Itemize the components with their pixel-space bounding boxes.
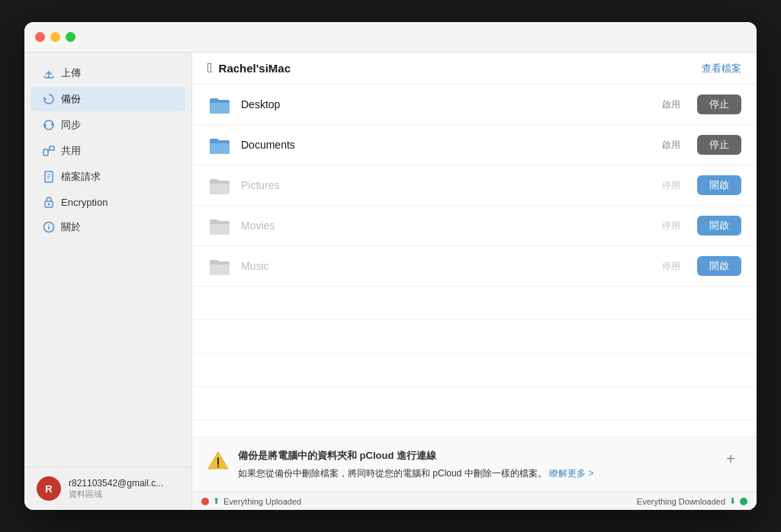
file-name: Movies xyxy=(241,220,653,232)
svg-point-15 xyxy=(217,466,219,467)
user-email: r821103542@gmail.c... xyxy=(69,478,163,489)
user-section: R r821103542@gmail.c... 資料區域 xyxy=(24,466,191,510)
sidebar-item-label: 檔案請求 xyxy=(61,170,101,184)
device-name: Rachel'siMac xyxy=(219,62,291,75)
sidebar-item-about[interactable]: 關於 xyxy=(31,215,185,239)
device-title:  Rachel'siMac xyxy=(207,60,291,76)
app-window: 上傳 備份 xyxy=(24,22,757,510)
sidebar-item-backup[interactable]: 備份 xyxy=(31,87,185,111)
file-name: Pictures xyxy=(241,179,653,191)
table-row: Movies 停用 開啟 xyxy=(192,206,757,246)
sidebar-item-share[interactable]: 共用 xyxy=(31,139,185,163)
learn-more-link[interactable]: 瞭解更多 > xyxy=(549,468,593,479)
empty-row xyxy=(192,320,757,354)
file-status: 停用 xyxy=(662,179,680,192)
sidebar-item-label: 共用 xyxy=(61,144,81,158)
file-status: 停用 xyxy=(662,220,680,232)
sidebar-item-label: 上傳 xyxy=(61,66,81,80)
empty-row xyxy=(192,354,757,387)
svg-rect-1 xyxy=(43,149,48,155)
folder-icon xyxy=(207,92,232,117)
download-arrow-icon: ⬇ xyxy=(729,496,736,506)
file-request-icon xyxy=(43,171,55,183)
apple-logo-icon:  xyxy=(207,60,213,76)
folder-icon xyxy=(207,173,232,197)
sync-icon xyxy=(43,119,55,131)
upload-icon xyxy=(43,67,55,79)
info-icon xyxy=(43,221,55,233)
file-status: 停用 xyxy=(662,260,680,273)
folder-icon xyxy=(207,133,232,157)
open-button[interactable]: 開啟 xyxy=(697,216,741,236)
notice-title: 備份是將電腦中的資料夾和 pCloud 進行連線 xyxy=(238,448,711,464)
file-name: Music xyxy=(241,260,653,272)
share-icon xyxy=(43,145,55,157)
open-button[interactable]: 開啟 xyxy=(697,256,741,276)
empty-row xyxy=(192,421,757,437)
file-name: Documents xyxy=(241,139,653,151)
download-status-label: Everything Downloaded xyxy=(637,497,725,506)
table-row: Music 停用 開啟 xyxy=(192,246,757,287)
status-bar: ⬆ Everything Uploaded Everything Downloa… xyxy=(192,492,757,510)
table-row: Documents 啟用 停止 xyxy=(192,125,757,165)
avatar: R xyxy=(37,476,61,501)
open-button[interactable]: 開啟 xyxy=(697,175,741,195)
user-info: r821103542@gmail.c... 資料區域 xyxy=(69,478,163,500)
backup-icon xyxy=(43,93,55,105)
sidebar-item-upload[interactable]: 上傳 xyxy=(31,61,185,85)
main-panel:  Rachel'siMac 查看檔案 Desktop 啟用 xyxy=(192,53,757,510)
sidebar: 上傳 備份 xyxy=(24,53,192,510)
main-header:  Rachel'siMac 查看檔案 xyxy=(192,53,757,85)
warning-icon xyxy=(207,450,229,471)
stop-button[interactable]: 停止 xyxy=(697,135,741,155)
file-status: 啟用 xyxy=(662,139,680,152)
sidebar-item-label: 同步 xyxy=(61,118,81,132)
view-files-link[interactable]: 查看檔案 xyxy=(702,62,741,75)
sidebar-item-sync[interactable]: 同步 xyxy=(31,113,185,137)
empty-row xyxy=(192,287,757,320)
footer-notice: 備份是將電腦中的資料夾和 pCloud 進行連線 如果您從備份中刪除檔案，將同時… xyxy=(192,437,757,492)
file-name: Desktop xyxy=(241,98,653,111)
folder-icon xyxy=(207,213,232,238)
svg-line-3 xyxy=(48,149,50,152)
stop-button[interactable]: 停止 xyxy=(697,95,741,114)
upload-status-label: Everything Uploaded xyxy=(223,497,301,506)
svg-point-9 xyxy=(48,204,50,206)
svg-rect-2 xyxy=(50,146,54,150)
upload-arrow-icon: ⬆ xyxy=(213,496,220,506)
encryption-icon xyxy=(43,196,55,208)
sidebar-item-label: 備份 xyxy=(61,92,81,106)
content-area: 上傳 備份 xyxy=(24,53,757,510)
table-row: Pictures 停用 開啟 xyxy=(192,165,757,206)
sidebar-item-encryption[interactable]: Encryption xyxy=(31,191,185,213)
maximize-button[interactable] xyxy=(66,32,76,42)
svg-point-12 xyxy=(48,224,50,226)
minimize-button[interactable] xyxy=(50,32,60,42)
sidebar-item-request[interactable]: 檔案請求 xyxy=(31,165,185,189)
file-status: 啟用 xyxy=(662,98,680,111)
download-status: Everything Downloaded ⬇ xyxy=(637,496,747,506)
folder-icon xyxy=(207,254,232,278)
sidebar-item-label: Encryption xyxy=(61,197,108,208)
traffic-lights xyxy=(35,32,76,42)
download-status-dot xyxy=(740,498,747,505)
sidebar-item-label: 關於 xyxy=(61,220,81,234)
user-zone: 資料區域 xyxy=(69,489,163,500)
add-folder-button[interactable]: + xyxy=(720,448,741,470)
titlebar xyxy=(24,22,757,53)
file-list: Desktop 啟用 停止 Documents 啟用 停止 xyxy=(192,85,757,437)
upload-status: ⬆ Everything Uploaded xyxy=(201,496,301,506)
notice-body: 如果您從備份中刪除檔案，將同時從您的電腦和 pCloud 中刪除一樣的檔案。 瞭… xyxy=(238,466,711,481)
empty-row xyxy=(192,387,757,421)
notice-text: 備份是將電腦中的資料夾和 pCloud 進行連線 如果您從備份中刪除檔案，將同時… xyxy=(238,448,711,481)
close-button[interactable] xyxy=(35,32,45,42)
upload-status-dot xyxy=(201,498,209,505)
table-row: Desktop 啟用 停止 xyxy=(192,85,757,125)
